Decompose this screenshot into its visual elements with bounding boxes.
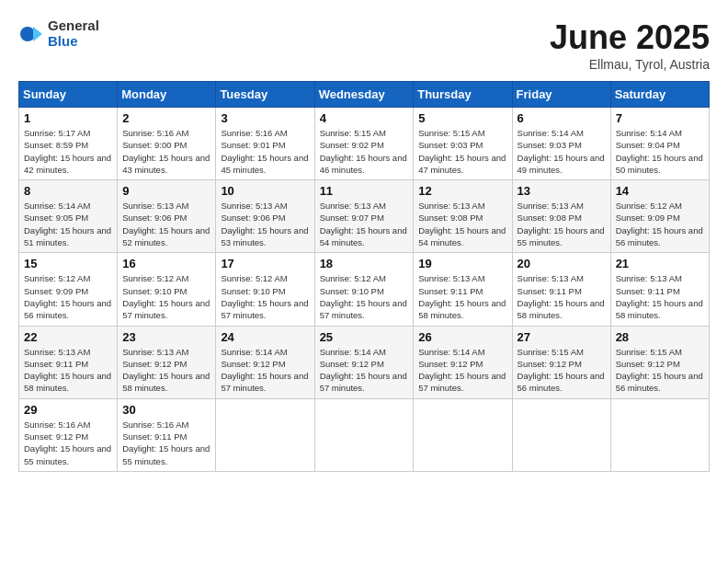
day-info: Sunrise: 5:14 AMSunset: 9:12 PMDaylight:… xyxy=(320,346,409,395)
day-info: Sunrise: 5:12 AMSunset: 9:09 PMDaylight:… xyxy=(24,272,112,321)
day-number: 11 xyxy=(320,184,409,198)
day-number: 4 xyxy=(320,111,409,125)
month-title: June 2025 xyxy=(550,18,710,57)
day-info: Sunrise: 5:12 AMSunset: 9:09 PMDaylight:… xyxy=(616,200,704,248)
day-number: 14 xyxy=(616,184,704,198)
table-row: 5Sunrise: 5:15 AMSunset: 9:03 PMDaylight… xyxy=(414,108,512,180)
day-info: Sunrise: 5:13 AMSunset: 9:08 PMDaylight:… xyxy=(418,200,506,248)
table-row: 10Sunrise: 5:13 AMSunset: 9:06 PMDayligh… xyxy=(216,180,314,253)
table-row: 24Sunrise: 5:14 AMSunset: 9:12 PMDayligh… xyxy=(216,326,314,398)
day-number: 10 xyxy=(221,184,309,198)
day-info: Sunrise: 5:14 AMSunset: 9:05 PMDaylight:… xyxy=(24,200,112,248)
table-row: 26Sunrise: 5:14 AMSunset: 9:12 PMDayligh… xyxy=(414,326,512,398)
svg-point-0 xyxy=(20,27,35,41)
day-info: Sunrise: 5:13 AMSunset: 9:06 PMDaylight:… xyxy=(221,200,309,248)
logo-text: General Blue xyxy=(48,18,99,49)
day-info: Sunrise: 5:13 AMSunset: 9:08 PMDaylight:… xyxy=(518,200,606,248)
day-number: 12 xyxy=(418,184,506,198)
calendar-week-row: 1Sunrise: 5:17 AMSunset: 8:59 PMDaylight… xyxy=(19,108,710,180)
table-row xyxy=(512,398,610,471)
table-row xyxy=(610,398,709,471)
logo-icon xyxy=(18,21,44,47)
day-number: 2 xyxy=(122,111,210,125)
col-tuesday: Tuesday xyxy=(216,82,314,108)
col-sunday: Sunday xyxy=(19,82,118,108)
day-info: Sunrise: 5:13 AMSunset: 9:11 PMDaylight:… xyxy=(518,272,606,321)
table-row: 3Sunrise: 5:16 AMSunset: 9:01 PMDaylight… xyxy=(216,108,314,180)
table-row: 16Sunrise: 5:12 AMSunset: 9:10 PMDayligh… xyxy=(118,253,216,326)
day-number: 5 xyxy=(418,111,506,125)
calendar-week-row: 8Sunrise: 5:14 AMSunset: 9:05 PMDaylight… xyxy=(19,180,710,253)
day-info: Sunrise: 5:13 AMSunset: 9:11 PMDaylight:… xyxy=(616,272,704,321)
day-number: 6 xyxy=(518,111,606,125)
table-row: 2Sunrise: 5:16 AMSunset: 9:00 PMDaylight… xyxy=(118,108,216,180)
day-info: Sunrise: 5:13 AMSunset: 9:07 PMDaylight:… xyxy=(320,200,409,248)
day-info: Sunrise: 5:14 AMSunset: 9:12 PMDaylight:… xyxy=(221,346,309,395)
table-row xyxy=(216,398,314,471)
day-number: 29 xyxy=(24,403,112,417)
table-row: 30Sunrise: 5:16 AMSunset: 9:11 PMDayligh… xyxy=(118,398,216,471)
day-info: Sunrise: 5:15 AMSunset: 9:12 PMDaylight:… xyxy=(616,346,704,395)
calendar-week-row: 29Sunrise: 5:16 AMSunset: 9:12 PMDayligh… xyxy=(19,398,710,471)
day-info: Sunrise: 5:15 AMSunset: 9:02 PMDaylight:… xyxy=(320,127,409,176)
day-number: 23 xyxy=(122,330,210,344)
col-wednesday: Wednesday xyxy=(314,82,414,108)
table-row: 11Sunrise: 5:13 AMSunset: 9:07 PMDayligh… xyxy=(314,180,414,253)
day-number: 20 xyxy=(518,257,606,270)
logo: General Blue xyxy=(18,18,99,49)
day-info: Sunrise: 5:16 AMSunset: 9:00 PMDaylight:… xyxy=(122,127,210,176)
day-number: 3 xyxy=(221,111,309,125)
day-info: Sunrise: 5:13 AMSunset: 9:11 PMDaylight:… xyxy=(418,272,506,321)
day-number: 25 xyxy=(320,330,409,344)
day-info: Sunrise: 5:13 AMSunset: 9:06 PMDaylight:… xyxy=(122,200,210,248)
calendar-week-row: 22Sunrise: 5:13 AMSunset: 9:11 PMDayligh… xyxy=(19,326,710,398)
table-row: 14Sunrise: 5:12 AMSunset: 9:09 PMDayligh… xyxy=(610,180,709,253)
table-row: 12Sunrise: 5:13 AMSunset: 9:08 PMDayligh… xyxy=(414,180,512,253)
table-row: 6Sunrise: 5:14 AMSunset: 9:03 PMDaylight… xyxy=(512,108,610,180)
day-info: Sunrise: 5:12 AMSunset: 9:10 PMDaylight:… xyxy=(221,272,309,321)
day-number: 1 xyxy=(24,111,112,125)
col-saturday: Saturday xyxy=(610,82,709,108)
day-info: Sunrise: 5:16 AMSunset: 9:12 PMDaylight:… xyxy=(24,419,112,467)
table-row: 20Sunrise: 5:13 AMSunset: 9:11 PMDayligh… xyxy=(512,253,610,326)
day-info: Sunrise: 5:15 AMSunset: 9:03 PMDaylight:… xyxy=(418,127,506,176)
day-number: 24 xyxy=(221,330,309,344)
table-row xyxy=(314,398,414,471)
day-number: 9 xyxy=(122,184,210,198)
table-row: 13Sunrise: 5:13 AMSunset: 9:08 PMDayligh… xyxy=(512,180,610,253)
logo-blue: Blue xyxy=(48,33,78,49)
table-row: 4Sunrise: 5:15 AMSunset: 9:02 PMDaylight… xyxy=(314,108,414,180)
day-info: Sunrise: 5:15 AMSunset: 9:12 PMDaylight:… xyxy=(518,346,606,395)
table-row xyxy=(414,398,512,471)
table-row: 15Sunrise: 5:12 AMSunset: 9:09 PMDayligh… xyxy=(19,253,118,326)
table-row: 25Sunrise: 5:14 AMSunset: 9:12 PMDayligh… xyxy=(314,326,414,398)
day-number: 7 xyxy=(616,111,704,125)
col-friday: Friday xyxy=(512,82,610,108)
calendar-week-row: 15Sunrise: 5:12 AMSunset: 9:09 PMDayligh… xyxy=(19,253,710,326)
table-row: 8Sunrise: 5:14 AMSunset: 9:05 PMDaylight… xyxy=(19,180,118,253)
table-row: 18Sunrise: 5:12 AMSunset: 9:10 PMDayligh… xyxy=(314,253,414,326)
day-info: Sunrise: 5:17 AMSunset: 8:59 PMDaylight:… xyxy=(24,127,112,176)
day-number: 17 xyxy=(221,257,309,270)
title-area: June 2025 Ellmau, Tyrol, Austria xyxy=(550,18,710,72)
table-row: 29Sunrise: 5:16 AMSunset: 9:12 PMDayligh… xyxy=(19,398,118,471)
table-row: 1Sunrise: 5:17 AMSunset: 8:59 PMDaylight… xyxy=(19,108,118,180)
day-info: Sunrise: 5:16 AMSunset: 9:11 PMDaylight:… xyxy=(122,419,210,467)
calendar: Sunday Monday Tuesday Wednesday Thursday… xyxy=(18,81,710,472)
col-thursday: Thursday xyxy=(414,82,512,108)
table-row: 19Sunrise: 5:13 AMSunset: 9:11 PMDayligh… xyxy=(414,253,512,326)
svg-marker-1 xyxy=(33,27,42,41)
location: Ellmau, Tyrol, Austria xyxy=(550,57,710,72)
table-row: 28Sunrise: 5:15 AMSunset: 9:12 PMDayligh… xyxy=(610,326,709,398)
day-number: 13 xyxy=(518,184,606,198)
day-number: 27 xyxy=(518,330,606,344)
day-number: 8 xyxy=(24,184,112,198)
day-number: 30 xyxy=(122,403,210,417)
day-number: 19 xyxy=(418,257,506,270)
day-number: 16 xyxy=(122,257,210,270)
table-row: 21Sunrise: 5:13 AMSunset: 9:11 PMDayligh… xyxy=(610,253,709,326)
day-info: Sunrise: 5:12 AMSunset: 9:10 PMDaylight:… xyxy=(122,272,210,321)
table-row: 17Sunrise: 5:12 AMSunset: 9:10 PMDayligh… xyxy=(216,253,314,326)
day-info: Sunrise: 5:14 AMSunset: 9:12 PMDaylight:… xyxy=(418,346,506,395)
table-row: 23Sunrise: 5:13 AMSunset: 9:12 PMDayligh… xyxy=(118,326,216,398)
